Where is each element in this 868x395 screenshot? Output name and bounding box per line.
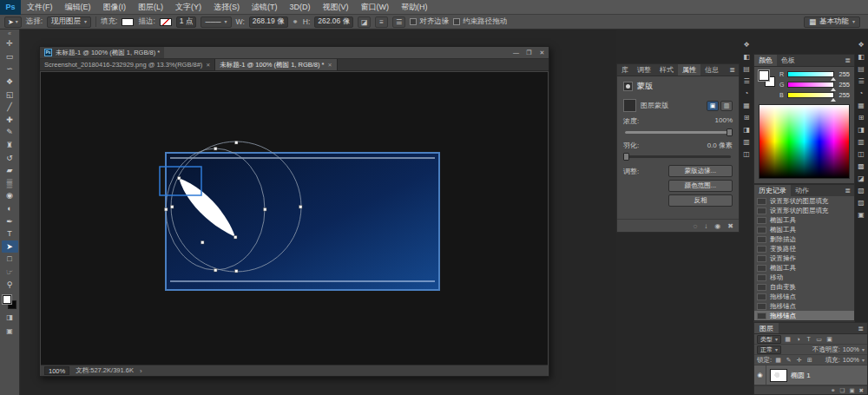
slider-handle[interactable]: [831, 77, 836, 81]
green-channel-value[interactable]: 255: [837, 81, 850, 89]
close-button[interactable]: ✕: [536, 47, 549, 58]
collapsed-panel-icon[interactable]: ⊞: [741, 113, 753, 122]
density-slider[interactable]: [625, 131, 731, 134]
green-channel-slider[interactable]: [787, 82, 834, 88]
minimize-button[interactable]: —: [510, 47, 523, 58]
collapsed-panel-icon[interactable]: ◪: [856, 174, 867, 183]
clone-stamp-tool[interactable]: ♜: [2, 139, 18, 152]
shape-tool[interactable]: □: [2, 253, 18, 266]
collapsed-panel-icon[interactable]: ▣: [856, 210, 867, 220]
feather-value[interactable]: 0.0 像素: [707, 141, 733, 150]
zoom-level-input[interactable]: 100%: [44, 366, 69, 375]
close-icon[interactable]: ✕: [328, 62, 332, 68]
delete-mask-trash-icon[interactable]: ✖: [727, 222, 733, 230]
anchor-point[interactable]: [264, 208, 267, 212]
collapsed-panel-icon[interactable]: ◔: [856, 89, 867, 98]
screen-mode-button[interactable]: ▣: [2, 326, 18, 337]
history-item[interactable]: 设置操作: [754, 253, 854, 263]
history-item[interactable]: 自由变换: [754, 282, 854, 292]
apply-mask-icon[interactable]: ↓: [704, 222, 707, 230]
menu-type[interactable]: 文字(Y): [169, 0, 207, 15]
history-item-selected[interactable]: 拖移锚点: [754, 311, 854, 320]
filter-pixel-layers-icon[interactable]: ▦: [784, 336, 792, 343]
collapsed-panel-icon[interactable]: ▤: [856, 64, 867, 74]
tab-properties[interactable]: 属性: [678, 64, 700, 76]
panel-menu-icon[interactable]: ≣: [854, 323, 867, 333]
history-item[interactable]: 拖移锚点: [754, 301, 854, 311]
anchor-point[interactable]: [235, 142, 239, 145]
quick-mask-button[interactable]: ◨: [2, 312, 18, 323]
document-window-title-tab[interactable]: Ps 未标题-1 @ 100% (椭圆 1, RGB/8) *: [40, 47, 164, 58]
history-item[interactable]: 椭圆工具: [754, 263, 854, 273]
menu-window[interactable]: 窗口(W): [355, 0, 396, 15]
anchor-point[interactable]: [234, 236, 238, 240]
anchor-point[interactable]: [299, 206, 303, 209]
move-tool[interactable]: ✛: [2, 37, 18, 50]
load-selection-icon[interactable]: ◌: [694, 222, 698, 230]
collapsed-panel-icon[interactable]: ▦: [741, 101, 753, 110]
filter-type-layers-icon[interactable]: T: [805, 336, 812, 342]
collapsed-panel-icon[interactable]: ◫: [741, 149, 753, 159]
anchor-point[interactable]: [235, 270, 239, 273]
collapsed-panel-icon[interactable]: ▤: [741, 64, 753, 74]
shape-height-input[interactable]: 262.06 像: [314, 16, 353, 28]
blue-channel-slider[interactable]: [787, 92, 834, 98]
tab-info[interactable]: 信息: [700, 64, 723, 76]
lock-transparency-icon[interactable]: ▦: [774, 357, 782, 364]
tab-swatches[interactable]: 色板: [777, 55, 799, 66]
collapsed-panel-icon[interactable]: ◫: [856, 149, 867, 159]
red-channel-value[interactable]: 255: [837, 70, 850, 78]
collapsed-panel-icon[interactable]: ◔: [741, 89, 753, 98]
marquee-tool[interactable]: ▭: [2, 50, 18, 63]
align-edges-checkbox[interactable]: [410, 18, 417, 25]
add-vector-mask-button[interactable]: ▥: [720, 101, 733, 111]
hand-tool[interactable]: ☞: [2, 266, 18, 279]
document-tab-untitled[interactable]: 未标题-1 @ 100% (椭圆 1, RGB/8) * ✕: [215, 59, 337, 70]
eraser-tool[interactable]: ▰: [2, 164, 18, 177]
lock-image-icon[interactable]: ✎: [785, 357, 792, 364]
color-spectrum-picker[interactable]: [759, 104, 850, 179]
tab-layers[interactable]: 图层: [754, 323, 779, 333]
anchor-point[interactable]: [171, 206, 174, 209]
blend-mode-dropdown[interactable]: 正常 ▾: [757, 346, 781, 354]
collapsed-panel-icon[interactable]: ◨: [856, 125, 867, 135]
tab-actions[interactable]: 动作: [791, 185, 813, 196]
status-options-arrow[interactable]: ›: [140, 367, 142, 375]
history-item[interactable]: 设置形状的图层填充: [754, 196, 854, 206]
menu-edit[interactable]: 编辑(E): [59, 0, 97, 15]
collapsed-panel-icon[interactable]: ▧: [856, 186, 867, 195]
menu-select[interactable]: 选择(S): [207, 0, 246, 15]
collapsed-panel-icon[interactable]: ▦: [856, 101, 867, 110]
slider-handle[interactable]: [831, 88, 836, 91]
collapsed-panel-icon[interactable]: ◧: [741, 52, 753, 62]
collapsed-panel-icon[interactable]: ☰: [856, 76, 867, 86]
menu-layer[interactable]: 图层(L): [132, 0, 169, 15]
layer-visibility-eye-icon[interactable]: ◉: [754, 365, 766, 385]
select-mode-dropdown[interactable]: 现用图层 ▾: [47, 16, 91, 28]
dodge-tool[interactable]: ◐: [2, 202, 18, 215]
path-arrangement-button[interactable]: ☰: [392, 16, 405, 28]
new-layer-icon[interactable]: ❏: [840, 387, 845, 394]
close-icon[interactable]: ✕: [206, 62, 210, 68]
foreground-color-swatch[interactable]: [759, 70, 769, 81]
red-channel-slider[interactable]: [787, 71, 834, 77]
crop-tool[interactable]: ◱: [2, 88, 18, 101]
menu-help[interactable]: 帮助(H): [395, 0, 434, 15]
menu-view[interactable]: 视图(V): [317, 0, 355, 15]
canvas-viewport[interactable]: [41, 72, 548, 365]
delete-layer-trash-icon[interactable]: ✖: [859, 387, 864, 394]
menu-filter[interactable]: 滤镜(T): [246, 0, 284, 15]
link-layers-icon[interactable]: ⚭: [831, 387, 835, 394]
constrain-path-checkbox[interactable]: [453, 18, 460, 25]
collapsed-panel-icon[interactable]: ❖: [856, 40, 867, 49]
layer-filter-dropdown[interactable]: 类型 ▾: [757, 335, 781, 344]
pen-tool[interactable]: ✒: [2, 214, 18, 227]
canvas-artwork[interactable]: [41, 72, 548, 365]
foreground-background-swatches[interactable]: [3, 295, 16, 309]
path-alignment-button[interactable]: ≡: [375, 16, 388, 28]
filter-shape-layers-icon[interactable]: ▭: [815, 336, 823, 343]
layer-row-ellipse-1[interactable]: ◉ 椭圆 1: [754, 365, 867, 385]
quick-selection-tool[interactable]: ❖: [2, 76, 18, 89]
feather-slider-handle[interactable]: [623, 153, 629, 161]
disable-mask-eye-icon[interactable]: ◉: [714, 222, 720, 230]
